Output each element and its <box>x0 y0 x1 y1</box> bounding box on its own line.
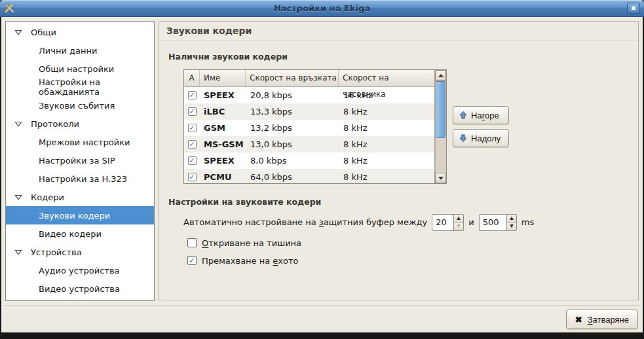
sidebar-item-personal-data[interactable]: Лични данни <box>6 41 154 60</box>
expander-icon[interactable] <box>14 121 22 127</box>
echo-cancellation-checkbox[interactable]: ✓ <box>187 256 197 265</box>
codec-row[interactable]: ✓ SPEEX 8,0 kbps 8 kHz <box>184 152 434 169</box>
and-label: и <box>468 217 474 227</box>
window-title: Настройки на Ekiga <box>0 0 644 17</box>
spin-up-button[interactable] <box>507 215 516 223</box>
jitter-buffer-row: Автоматично настройване на защитния буфе… <box>183 213 534 231</box>
spin-up-button[interactable] <box>454 215 463 223</box>
table-scrollbar[interactable] <box>434 70 446 183</box>
sidebar-item-general-settings[interactable]: Общи настройки <box>6 60 154 78</box>
sidebar-item-label: Звукови събития <box>39 101 115 111</box>
preferences-tree: Общи Лични данни Общи настройки Настройк… <box>5 21 155 301</box>
arrow-up-icon <box>438 74 444 77</box>
codec-table: A Име Скорост на връзката Скорост на час… <box>183 69 447 184</box>
sidebar-item-label: Кодери <box>31 192 64 202</box>
codecs-section-heading: Налични звукови кодери <box>168 52 288 62</box>
arrow-up-icon <box>510 217 514 220</box>
sidebar-item-label: Протоколи <box>31 119 79 129</box>
sidebar-item-video-devices[interactable]: Видео устройства <box>6 279 154 298</box>
jitter-min-value[interactable]: 20 <box>432 215 448 230</box>
scroll-trough[interactable] <box>435 80 446 173</box>
sidebar-item-general[interactable]: Общи <box>6 23 154 41</box>
spin-down-button[interactable] <box>454 223 463 230</box>
codec-row[interactable]: ✓ SPEEX 20,8 kbps 16 kHz <box>184 87 434 103</box>
column-header-name[interactable]: Име <box>200 70 246 86</box>
sidebar-item-video-codecs[interactable]: Видео кодери <box>6 224 154 243</box>
settings-section-heading: Настройки на звуковите кодери <box>168 197 321 207</box>
codec-name: iLBC <box>200 107 246 116</box>
column-header-clock[interactable]: Скорост на часовника <box>339 70 434 86</box>
move-down-label: Надолу <box>471 134 501 143</box>
sidebar-item-label: Звукови кодери <box>39 211 110 221</box>
footer-separator <box>4 305 640 306</box>
codec-enabled-checkbox[interactable]: ✓ <box>188 107 197 116</box>
sidebar-item-label: Видео устройства <box>39 284 120 294</box>
codec-clock: 8 kHz <box>339 172 434 182</box>
move-down-button[interactable]: Надолу <box>453 129 509 147</box>
codec-enabled-checkbox[interactable]: ✓ <box>188 124 197 132</box>
expander-icon[interactable] <box>14 249 22 255</box>
column-header-bitrate[interactable]: Скорост на връзката <box>246 70 339 86</box>
codec-row[interactable]: ✓ PCMU 64,0 kbps 8 kHz <box>184 169 434 184</box>
codec-clock: 8 kHz <box>339 123 434 133</box>
expander-icon[interactable] <box>14 194 22 200</box>
sidebar-item-label: Настройки на обажданията <box>39 77 154 97</box>
sidebar-item-protocols[interactable]: Протоколи <box>6 115 154 133</box>
sidebar-item-sip-settings[interactable]: Настройки за SIP <box>6 151 154 170</box>
down-arrow-icon <box>459 134 467 142</box>
jitter-max-spinbox[interactable]: 500 <box>479 214 517 231</box>
move-up-button[interactable]: Нагоре <box>453 106 509 124</box>
arrow-up-icon <box>457 217 461 220</box>
window-close-button[interactable]: ✖ <box>627 3 640 14</box>
sidebar-item-devices[interactable]: Устройства <box>6 243 154 261</box>
titlebar[interactable]: Настройки на Ekiga ✖ <box>0 0 644 17</box>
spin-down-button[interactable] <box>507 223 516 230</box>
sidebar-item-label: Видео кодери <box>39 229 102 239</box>
scroll-up-button[interactable] <box>435 70 446 80</box>
codec-row[interactable]: ✓ MS-GSM 13,0 kbps 8 kHz <box>184 136 434 152</box>
column-header-active[interactable]: A <box>184 70 200 86</box>
spin-steppers[interactable] <box>453 215 463 230</box>
sidebar-item-label: Аудио устройства <box>39 266 120 276</box>
scroll-down-button[interactable] <box>435 173 446 183</box>
silence-detection-row[interactable]: ✓ Откриване на тишина <box>187 238 301 248</box>
sidebar-item-label: Общи настройки <box>39 64 114 74</box>
sidebar-item-audio-devices[interactable]: Аудио устройства <box>6 261 154 279</box>
close-dialog-button[interactable]: ✖ Затваряне <box>566 310 638 329</box>
sidebar-item-codecs[interactable]: Кодери <box>6 188 154 206</box>
spin-steppers[interactable] <box>506 215 516 230</box>
sidebar-item-h323-settings[interactable]: Настройки за H.323 <box>6 170 154 188</box>
codec-bitrate: 13,2 kbps <box>246 123 339 133</box>
silence-detection-checkbox[interactable]: ✓ <box>187 238 197 247</box>
unit-label: ms <box>521 217 534 227</box>
codec-name: MS-GSM <box>200 139 246 149</box>
echo-cancellation-label: Премахване на ехото <box>202 256 299 266</box>
jitter-min-spinbox[interactable]: 20 <box>432 214 464 231</box>
codec-clock: 8 kHz <box>339 156 434 166</box>
sidebar-item-audio-codecs[interactable]: Звукови кодери <box>6 206 154 224</box>
expander-icon[interactable] <box>14 29 22 35</box>
sidebar-item-label: Лични данни <box>39 46 97 56</box>
codec-enabled-checkbox[interactable]: ✓ <box>188 156 197 165</box>
codec-bitrate: 64,0 kbps <box>246 172 339 182</box>
codec-row[interactable]: ✓ iLBC 13,3 kbps 8 kHz <box>184 103 434 120</box>
audio-codecs-panel: Звукови кодери Налични звукови кодери A … <box>159 21 639 300</box>
sidebar-item-call-options[interactable]: Настройки на обажданията <box>6 78 154 96</box>
sidebar-item-label: Настройки за H.323 <box>39 174 127 184</box>
jitter-buffer-label: Автоматично настройване на защитния буфе… <box>183 217 427 227</box>
codec-enabled-checkbox[interactable]: ✓ <box>188 173 197 181</box>
sidebar-item-network-settings[interactable]: Мрежови настройки <box>6 133 154 151</box>
echo-cancellation-row[interactable]: ✓ Премахване на ехото <box>187 255 299 266</box>
arrow-down-icon <box>510 224 514 228</box>
codec-enabled-checkbox[interactable]: ✓ <box>188 91 197 99</box>
arrow-down-icon <box>438 177 444 180</box>
move-up-label: Нагоре <box>471 111 499 120</box>
page-title: Звукови кодери <box>159 22 638 41</box>
scroll-thumb[interactable] <box>436 81 445 138</box>
jitter-max-value[interactable]: 500 <box>480 215 501 230</box>
sidebar-item-label: Мрежови настройки <box>39 137 130 147</box>
codec-name: SPEEX <box>200 156 246 166</box>
codec-row[interactable]: ✓ GSM 13,2 kbps 8 kHz <box>184 120 434 136</box>
sidebar-item-sound-events[interactable]: Звукови събития <box>6 96 154 115</box>
codec-enabled-checkbox[interactable]: ✓ <box>188 140 197 149</box>
